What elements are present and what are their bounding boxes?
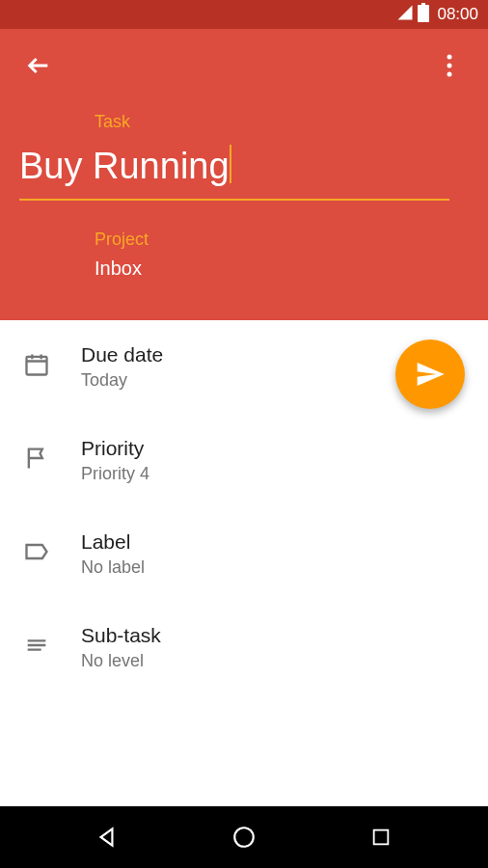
label-value: No label [81, 557, 469, 578]
nav-recent-button[interactable] [362, 818, 400, 856]
calendar-icon [19, 347, 54, 382]
svg-rect-1 [421, 3, 425, 6]
task-input-value: Buy Running [19, 147, 230, 187]
subtask-text: Sub-task No level [81, 624, 469, 671]
svg-rect-5 [27, 357, 47, 375]
send-icon [415, 359, 446, 390]
task-field-label: Task [95, 112, 449, 132]
subtask-title: Sub-task [81, 624, 469, 647]
signal-icon [396, 4, 414, 26]
header: Task Buy Running Project Inbox [0, 29, 488, 320]
label-title: Label [81, 530, 469, 554]
toolbar [19, 46, 469, 85]
svg-point-2 [447, 55, 452, 60]
svg-rect-0 [418, 5, 429, 22]
priority-text: Priority Priority 4 [81, 437, 469, 484]
subtask-row[interactable]: Sub-task No level [0, 601, 488, 694]
task-input[interactable]: Buy Running [19, 140, 449, 201]
project-field-label: Project [95, 230, 449, 250]
subtask-icon [19, 628, 54, 663]
status-bar: 08:00 [0, 0, 488, 29]
system-nav-bar [0, 806, 488, 868]
triangle-back-icon [95, 825, 120, 850]
battery-icon [418, 3, 429, 27]
subtask-value: No level [81, 651, 469, 671]
label-row[interactable]: Label No label [0, 507, 488, 601]
svg-rect-7 [374, 830, 389, 845]
task-section: Task Buy Running Project Inbox [19, 112, 469, 280]
square-recent-icon [370, 827, 392, 848]
more-button[interactable] [430, 46, 469, 85]
svg-point-4 [447, 72, 452, 77]
back-button[interactable] [19, 46, 58, 85]
svg-point-3 [447, 64, 452, 68]
priority-row[interactable]: Priority Priority 4 [0, 414, 488, 507]
text-cursor [230, 145, 231, 183]
nav-back-button[interactable] [88, 818, 126, 856]
project-value[interactable]: Inbox [95, 258, 449, 280]
status-time: 08:00 [437, 5, 478, 24]
circle-home-icon [231, 825, 257, 850]
more-vert-icon [447, 54, 452, 77]
label-text: Label No label [81, 530, 469, 578]
arrow-left-icon [25, 52, 52, 79]
priority-value: Priority 4 [81, 464, 469, 484]
send-fab[interactable] [395, 339, 465, 409]
priority-title: Priority [81, 437, 469, 460]
nav-home-button[interactable] [225, 818, 263, 856]
tag-icon [19, 534, 54, 569]
flag-icon [19, 441, 54, 475]
svg-point-6 [234, 827, 254, 847]
